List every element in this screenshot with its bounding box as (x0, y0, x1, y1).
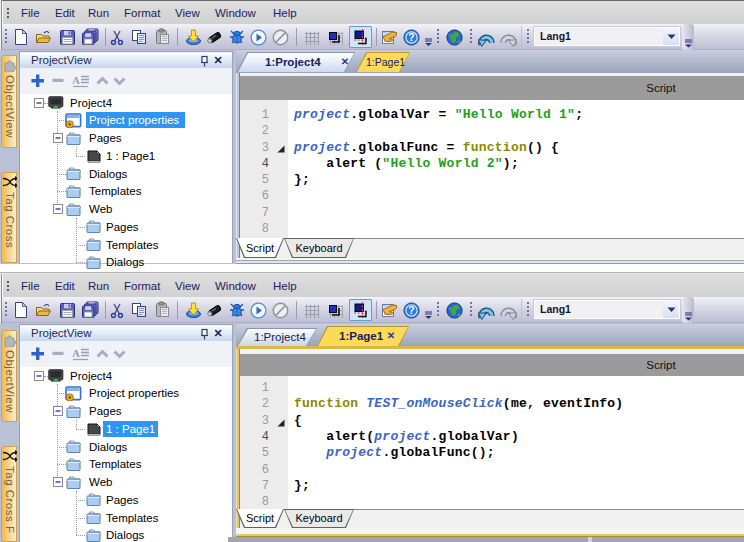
svg-text:?: ? (408, 304, 414, 316)
svg-text:?: ? (408, 31, 414, 43)
svg-text:A: A (72, 74, 80, 86)
svg-text:A: A (72, 347, 80, 359)
